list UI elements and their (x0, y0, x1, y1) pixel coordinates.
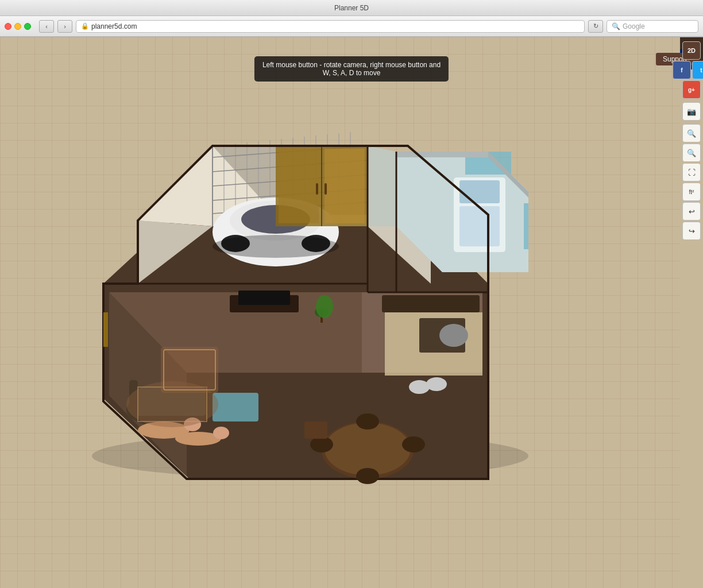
twitter-share-button[interactable]: t (692, 61, 703, 79)
social-row: f t (673, 61, 703, 79)
chair3 (356, 413, 379, 430)
wardrobe-right-door (325, 149, 365, 223)
minimize-button[interactable] (14, 23, 21, 30)
browser-chrome: Planner 5D ‹ › 🔒 planner5d.com ↻ 🔍 Googl… (0, 0, 703, 37)
chair2 (402, 436, 425, 452)
traffic-lights (5, 23, 31, 30)
bed-pillow (459, 180, 500, 203)
person2-head (213, 427, 229, 439)
dining-table-top (325, 423, 411, 475)
plant1-leaves (316, 295, 333, 318)
fullscreen-button[interactable]: ⛶ (682, 163, 701, 181)
view-2d-button[interactable]: 2D (682, 41, 701, 60)
floorplan-container (0, 37, 680, 588)
bed-blanket (459, 206, 500, 246)
maximize-button[interactable] (24, 23, 31, 30)
left-door-frame (103, 312, 108, 347)
wardrobe-handle-r (325, 183, 327, 195)
redo-button[interactable]: ↪ (682, 222, 701, 240)
chair4 (356, 468, 379, 484)
refresh-button[interactable]: ↻ (588, 20, 603, 33)
browser-toolbar: ‹ › 🔒 planner5d.com ↻ 🔍 Google (0, 16, 703, 37)
car-shadow (213, 235, 339, 258)
secure-icon: 🔒 (81, 22, 89, 30)
search-icon: 🔍 (612, 22, 620, 30)
wardrobe-left-door (279, 149, 319, 223)
tv-screen (238, 291, 290, 305)
stove-hood (439, 324, 468, 347)
units-button[interactable]: ft² (682, 183, 701, 201)
stool2 (426, 377, 447, 391)
browser-title: Planner 5D (334, 4, 369, 12)
url-bar[interactable]: 🔒 planner5d.com (76, 20, 585, 33)
coffee-table (213, 393, 258, 421)
google-share-button[interactable]: g+ (682, 80, 701, 99)
wardrobe-handle-l (316, 183, 318, 195)
zoom-in-button[interactable]: 🔍 (682, 124, 701, 142)
search-placeholder: Google (623, 22, 645, 30)
bathroom (368, 146, 396, 226)
close-button[interactable] (5, 23, 11, 30)
floorplan-svg (29, 65, 546, 513)
facebook-share-button[interactable]: f (673, 61, 691, 79)
undo-button[interactable]: ↩ (682, 202, 701, 220)
tooltip-box: Left mouse button - rotate camera, right… (254, 56, 449, 82)
right-sidebar: 2D f t g+ 📷 🔍 🔍 ⛶ ft² ↩ ↪ (680, 37, 703, 245)
tooltip-text: Left mouse button - rotate camera, right… (262, 61, 441, 77)
url-text: planner5d.com (91, 22, 137, 30)
main-rug (161, 347, 218, 393)
browser-titlebar: Planner 5D (0, 0, 703, 16)
back-button[interactable]: ‹ (39, 20, 54, 33)
stool1 (409, 380, 430, 394)
search-bar[interactable]: 🔍 Google (607, 20, 698, 33)
forward-button[interactable]: › (57, 20, 72, 33)
kitchen-counter (382, 295, 480, 312)
zoom-out-button[interactable]: 🔍 (682, 144, 701, 162)
right-window (524, 203, 528, 249)
bedroom-wall-top (396, 152, 488, 157)
canvas-area[interactable] (0, 37, 680, 588)
side-table (304, 421, 327, 439)
screenshot-button[interactable]: 📷 (682, 102, 701, 121)
chair1 (310, 436, 333, 452)
